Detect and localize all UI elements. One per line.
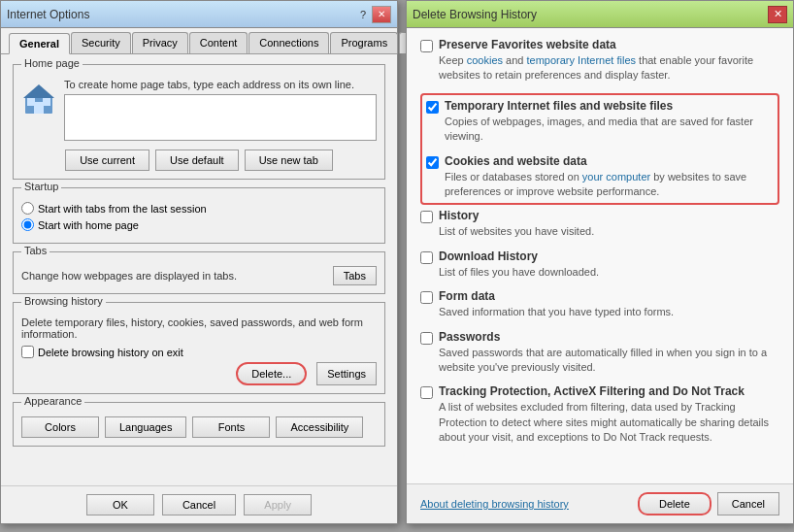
dbh-about-link[interactable]: About deleting browsing history [420, 498, 569, 510]
dbh-close-button[interactable]: ✕ [768, 6, 787, 23]
dbh-cookies-content: Cookies and website data Files or databa… [445, 154, 774, 200]
colors-button[interactable]: Colors [21, 416, 99, 438]
appearance-section: Appearance Colors Languages Fonts Access… [13, 402, 385, 447]
svg-marker-1 [23, 84, 54, 98]
dbh-item-preserve-row: Preserve Favorites website data Keep coo… [420, 38, 779, 83]
dbh-item-preserve: Preserve Favorites website data Keep coo… [420, 38, 779, 83]
dbh-title-bar: Delete Browsing History ✕ [407, 1, 793, 28]
dbh-title: Delete Browsing History [413, 8, 537, 21]
tabs-button[interactable]: Tabs [333, 266, 377, 285]
languages-button[interactable]: Languages [105, 416, 186, 438]
home-page-row: To create home page tabs, type each addr… [21, 79, 377, 144]
dbh-form-data-desc: Saved information that you have typed in… [439, 305, 779, 319]
delete-button[interactable]: Delete... [236, 362, 307, 385]
dbh-form-data-checkbox[interactable] [420, 291, 433, 304]
delete-on-exit-label: Delete browsing history on exit [38, 347, 183, 358]
delete-on-exit-checkbox[interactable] [21, 346, 34, 358]
dbh-preserve-title: Preserve Favorites website data [439, 38, 779, 51]
home-page-input[interactable] [64, 94, 377, 141]
use-new-tab-button[interactable]: Use new tab [245, 150, 333, 171]
startup-option1-radio[interactable] [21, 202, 34, 215]
tab-connections[interactable]: Connections [248, 32, 329, 53]
internet-options-footer: OK Cancel Apply [1, 485, 397, 523]
dbh-preserve-desc: Keep cookies and temporary Internet file… [439, 53, 779, 83]
dbh-cookies-highlight: your computer [582, 171, 650, 183]
delete-buttons-row: Delete... Settings [21, 362, 377, 385]
dbh-tracking-desc: A list of websites excluded from filteri… [439, 400, 779, 445]
dbh-history-checkbox[interactable] [420, 211, 433, 223]
startup-option2-row: Start with home page [21, 218, 377, 231]
appearance-buttons: Colors Languages Fonts Accessibility [21, 416, 377, 438]
tabs-desc: Change how webpages are displayed in tab… [21, 270, 237, 282]
browsing-history-title: Browsing history [21, 295, 106, 307]
internet-options-window: Internet Options ? ✕ General Security Pr… [0, 0, 398, 524]
home-page-buttons: Use current Use default Use new tab [21, 150, 377, 171]
delete-browsing-history-window: Delete Browsing History ✕ Preserve Favor… [406, 0, 794, 524]
tab-programs[interactable]: Programs [330, 32, 398, 53]
dbh-cookies-desc: Files or databases stored on your comput… [445, 170, 774, 200]
dbh-tracking-title: Tracking Protection, ActiveX Filtering a… [439, 384, 779, 398]
startup-option2-radio[interactable] [21, 218, 34, 231]
startup-option1-label: Start with tabs from the last session [38, 203, 207, 215]
internet-options-title: Internet Options [7, 8, 89, 21]
dbh-preserve-content: Preserve Favorites website data Keep coo… [439, 38, 779, 83]
appearance-section-title: Appearance [21, 395, 84, 407]
dbh-history-title: History [439, 209, 779, 222]
home-page-section-title: Home page [21, 57, 83, 69]
tab-security[interactable]: Security [71, 32, 131, 53]
dbh-item-history-row: History List of websites you have visite… [420, 209, 779, 239]
internet-options-title-bar: Internet Options ? ✕ [1, 1, 397, 28]
dbh-tracking-checkbox[interactable] [420, 386, 433, 399]
browsing-history-section: Browsing history Delete temporary files,… [13, 302, 385, 394]
svg-rect-2 [34, 102, 44, 114]
dbh-download-history-title: Download History [439, 249, 779, 263]
use-default-button[interactable]: Use default [155, 150, 239, 171]
dbh-tempfiles-title: Temporary Internet files and website fil… [445, 99, 774, 113]
apply-button[interactable]: Apply [244, 494, 312, 515]
dbh-passwords-content: Passwords Saved passwords that are autom… [439, 330, 779, 376]
dbh-item-download-history: Download History List of files you have … [420, 249, 779, 280]
home-page-desc: To create home page tabs, type each addr… [64, 79, 377, 90]
dbh-history-content: History List of websites you have visite… [439, 209, 779, 239]
dbh-item-cookies: Cookies and website data Files or databa… [426, 154, 774, 200]
dbh-download-history-content: Download History List of files you have … [439, 249, 779, 280]
startup-section: Startup Start with tabs from the last se… [13, 187, 385, 244]
dbh-tempfiles-checkbox[interactable] [426, 101, 439, 114]
dbh-download-history-desc: List of files you have downloaded. [439, 265, 779, 280]
cancel-button[interactable]: Cancel [162, 494, 236, 515]
startup-option1-row: Start with tabs from the last session [21, 202, 377, 215]
dbh-delete-button[interactable]: Delete [638, 492, 711, 515]
tab-general[interactable]: General [9, 33, 70, 54]
dbh-highlighted-group: Temporary Internet files and website fil… [420, 93, 779, 206]
dbh-cookies-checkbox[interactable] [426, 156, 439, 169]
home-page-section: Home page To create home page tabs, type… [13, 64, 385, 180]
dbh-passwords-checkbox[interactable] [420, 332, 433, 345]
dbh-item-tracking-row: Tracking Protection, ActiveX Filtering a… [420, 384, 779, 445]
dbh-cancel-button[interactable]: Cancel [717, 492, 779, 515]
dbh-item-history: History List of websites you have visite… [420, 209, 779, 239]
close-button[interactable]: ✕ [372, 6, 391, 23]
dbh-content: Preserve Favorites website data Keep coo… [407, 28, 793, 483]
dbh-item-tempfiles-row: Temporary Internet files and website fil… [426, 99, 774, 145]
settings-button[interactable]: Settings [316, 362, 377, 385]
tab-bar: General Security Privacy Content Connect… [1, 28, 397, 54]
dbh-download-history-checkbox[interactable] [420, 251, 433, 264]
tab-privacy[interactable]: Privacy [132, 32, 188, 53]
browsing-history-desc: Delete temporary files, history, cookies… [21, 316, 377, 340]
ok-button[interactable]: OK [86, 494, 154, 515]
dbh-preserve-checkbox[interactable] [420, 40, 433, 52]
tab-content[interactable]: Content [189, 32, 248, 53]
svg-rect-3 [27, 98, 35, 106]
tabs-section-title: Tabs [21, 245, 50, 256]
dbh-form-data-title: Form data [439, 289, 779, 303]
help-button[interactable]: ? [360, 9, 366, 20]
dbh-preserve-highlight1: cookies [467, 54, 503, 66]
dbh-item-passwords-row: Passwords Saved passwords that are autom… [420, 330, 779, 376]
use-current-button[interactable]: Use current [65, 150, 149, 171]
dbh-item-download-history-row: Download History List of files you have … [420, 249, 779, 280]
fonts-button[interactable]: Fonts [192, 416, 270, 438]
tabs-section: Tabs Change how webpages are displayed i… [13, 251, 385, 294]
delete-on-exit-row: Delete browsing history on exit [21, 346, 377, 358]
dbh-item-tempfiles: Temporary Internet files and website fil… [426, 99, 774, 145]
accessibility-button[interactable]: Accessibility [276, 416, 363, 438]
